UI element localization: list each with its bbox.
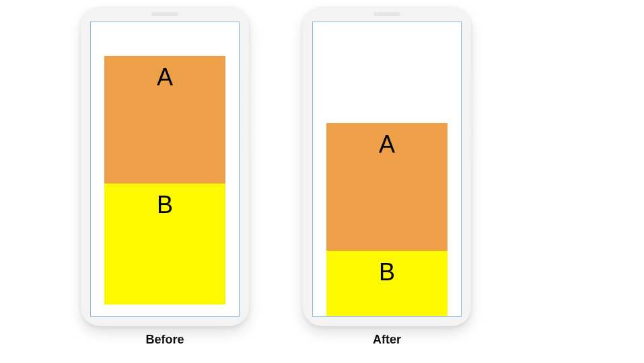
block-b-after: B	[326, 251, 448, 317]
content-before: A B	[104, 56, 225, 305]
block-a-after: A	[326, 123, 448, 251]
diagram-stage: A B Before A B After	[81, 7, 498, 356]
phone-mockup-before: A B	[81, 7, 249, 326]
after-column: A B After	[303, 7, 471, 347]
before-column: A B Before	[81, 7, 249, 347]
caption-after: After	[373, 333, 401, 347]
caption-before: Before	[145, 333, 184, 347]
block-b-before: B	[104, 184, 225, 305]
viewport-after: A B	[312, 22, 462, 317]
block-a-before: A	[104, 56, 225, 184]
viewport-before: A B	[90, 22, 240, 317]
content-after: A B	[326, 123, 448, 317]
phone-mockup-after: A B	[303, 7, 471, 326]
